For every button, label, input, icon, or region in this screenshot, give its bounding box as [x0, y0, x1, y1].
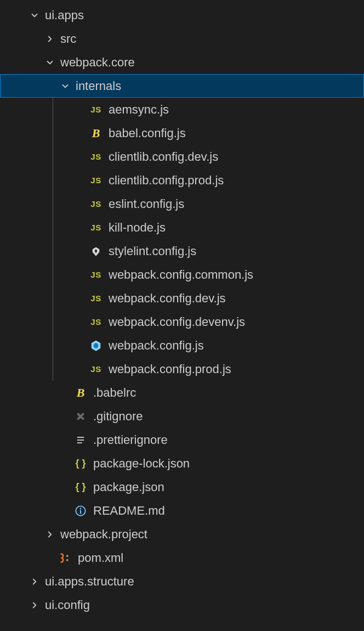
indent-guide	[53, 168, 53, 192]
collapse-icon[interactable]	[43, 55, 57, 70]
indent-guide	[53, 239, 53, 263]
tree-item-label: pom.xml	[78, 551, 123, 565]
chevron-down-icon	[30, 10, 39, 20]
indent-guide	[53, 310, 53, 334]
js-file-icon: JS	[89, 150, 103, 164]
tree-folder[interactable]: ui.config	[0, 593, 364, 617]
tree-file[interactable]: webpack.config.js	[0, 334, 364, 357]
indent-guide	[53, 121, 53, 145]
tree-file[interactable]: .gitignore	[0, 404, 364, 428]
tree-file[interactable]: JSwebpack.config.devenv.js	[0, 310, 364, 334]
js-file-icon: JS	[89, 362, 103, 376]
expand-icon[interactable]	[43, 527, 57, 542]
svg-point-9	[66, 559, 69, 561]
tree-file[interactable]: pom.xml	[0, 546, 364, 570]
indent-guide	[53, 98, 53, 121]
tree-folder[interactable]: webpack.project	[0, 522, 364, 546]
text-file-icon	[73, 433, 88, 447]
indent-guide	[53, 216, 53, 239]
tree-file[interactable]: Bbabel.config.js	[0, 121, 364, 145]
chevron-down-icon	[45, 58, 55, 67]
tree-item-label: .gitignore	[93, 409, 143, 424]
indent-guide	[53, 286, 53, 310]
indent-guide	[53, 145, 53, 168]
chevron-right-icon	[30, 577, 39, 587]
tree-file[interactable]: JSwebpack.config.prod.js	[0, 357, 364, 381]
tree-file[interactable]: stylelint.config.js	[0, 239, 364, 263]
tree-item-label: webpack.config.dev.js	[109, 291, 226, 306]
tree-folder[interactable]: internals	[0, 74, 364, 98]
tree-item-label: webpack.config.common.js	[109, 268, 253, 282]
indent-guide	[53, 334, 53, 357]
chevron-right-icon	[45, 34, 55, 44]
svg-point-8	[66, 555, 69, 557]
tree-item-label: stylelint.config.js	[109, 244, 196, 258]
xml-file-icon	[58, 551, 72, 565]
tree-item-label: .babelrc	[93, 386, 136, 400]
git-file-icon	[73, 409, 88, 424]
tree-file[interactable]: JSwebpack.config.dev.js	[0, 286, 364, 310]
expand-icon[interactable]	[27, 574, 42, 589]
json-file-icon: { }	[73, 480, 88, 494]
indent-guide	[53, 192, 53, 216]
tree-folder[interactable]: webpack.core	[0, 50, 364, 74]
svg-point-6	[80, 508, 82, 509]
tree-item-label: src	[60, 32, 76, 46]
tree-item-label: ui.apps.structure	[45, 574, 134, 589]
js-file-icon: JS	[89, 173, 103, 188]
tree-item-label: kill-node.js	[109, 221, 166, 235]
tree-item-label: package-lock.json	[93, 457, 190, 471]
chevron-down-icon	[60, 81, 70, 91]
tree-folder[interactable]: ui.apps.structure	[0, 570, 364, 593]
tree-file[interactable]: JSclientlib.config.dev.js	[0, 145, 364, 168]
indent-guide	[53, 263, 53, 286]
tree-item-label: .prettierignore	[93, 433, 168, 447]
stylelint-file-icon	[89, 244, 103, 258]
tree-item-label: clientlib.config.dev.js	[109, 150, 218, 164]
collapse-icon[interactable]	[58, 79, 72, 93]
js-file-icon: JS	[89, 315, 103, 329]
chevron-right-icon	[30, 600, 39, 610]
file-explorer-tree[interactable]: ui.appssrcwebpack.coreinternalsJSaemsync…	[0, 3, 364, 617]
tree-file[interactable]: JSkill-node.js	[0, 216, 364, 239]
js-file-icon: JS	[89, 197, 103, 211]
tree-item-label: babel.config.js	[109, 126, 186, 140]
tree-item-label: ui.apps	[45, 8, 84, 22]
webpack-file-icon	[89, 339, 103, 353]
tree-item-label: clientlib.config.prod.js	[109, 173, 224, 188]
tree-folder[interactable]: ui.apps	[0, 3, 364, 27]
tree-file[interactable]: .prettierignore	[0, 428, 364, 452]
expand-icon[interactable]	[27, 598, 42, 612]
tree-item-label: webpack.core	[60, 55, 135, 70]
tree-item-label: webpack.config.devenv.js	[109, 315, 245, 329]
indent-guide	[53, 357, 53, 381]
tree-item-label: ui.config	[45, 598, 90, 612]
svg-rect-7	[80, 510, 81, 514]
tree-item-label: webpack.project	[60, 527, 147, 542]
babel-file-icon: B	[89, 126, 103, 140]
tree-folder[interactable]: src	[0, 27, 364, 50]
tree-item-label: eslint.config.js	[109, 197, 184, 211]
json-file-icon: { }	[73, 457, 88, 471]
tree-file[interactable]: { }package.json	[0, 475, 364, 499]
tree-item-label: webpack.config.js	[109, 339, 204, 353]
js-file-icon: JS	[89, 291, 103, 306]
js-file-icon: JS	[89, 103, 103, 117]
tree-item-label: package.json	[93, 480, 164, 494]
tree-file[interactable]: README.md	[0, 499, 364, 522]
tree-file[interactable]: B.babelrc	[0, 381, 364, 404]
readme-file-icon	[73, 504, 88, 518]
tree-item-label: README.md	[93, 504, 165, 518]
tree-item-label: aemsync.js	[109, 103, 169, 117]
babel-file-icon: B	[73, 386, 88, 400]
tree-file[interactable]: JSwebpack.config.common.js	[0, 263, 364, 286]
tree-file[interactable]: { }package-lock.json	[0, 452, 364, 475]
js-file-icon: JS	[89, 221, 103, 235]
tree-file[interactable]: JSeslint.config.js	[0, 192, 364, 216]
chevron-right-icon	[45, 529, 55, 539]
collapse-icon[interactable]	[27, 8, 42, 22]
tree-file[interactable]: JSaemsync.js	[0, 98, 364, 121]
expand-icon[interactable]	[43, 32, 57, 46]
tree-file[interactable]: JSclientlib.config.prod.js	[0, 168, 364, 192]
tree-item-label: webpack.config.prod.js	[109, 362, 231, 376]
